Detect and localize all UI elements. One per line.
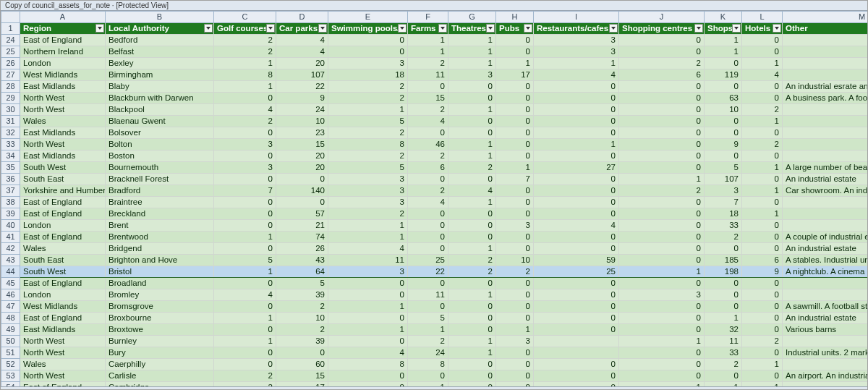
- cell[interactable]: Car showroom. An industrial estat: [783, 185, 868, 197]
- cell[interactable]: 74: [276, 232, 328, 243]
- cell[interactable]: 2: [328, 151, 408, 162]
- cell[interactable]: 26: [276, 243, 328, 255]
- cell[interactable]: North West: [20, 93, 106, 104]
- cell[interactable]: Yorkshire and Humber: [20, 185, 106, 197]
- table-row[interactable]: 24East of EnglandBedford2401103010: [1, 35, 868, 46]
- cell[interactable]: Braintree: [106, 197, 214, 208]
- cell[interactable]: 23: [276, 127, 328, 139]
- cell[interactable]: 8: [328, 359, 408, 370]
- column-header[interactable]: C: [214, 12, 276, 23]
- cell[interactable]: 15: [276, 370, 328, 382]
- row-header[interactable]: 51: [1, 347, 20, 359]
- cell[interactable]: 5: [214, 255, 276, 266]
- cell[interactable]: 4: [534, 220, 619, 232]
- field-header[interactable]: Car parks: [276, 23, 328, 35]
- cell[interactable]: 0: [534, 370, 619, 382]
- cell[interactable]: 0: [276, 197, 328, 208]
- cell[interactable]: 2: [408, 336, 448, 347]
- row-header[interactable]: 33: [1, 139, 20, 151]
- row-header[interactable]: 29: [1, 93, 20, 104]
- table-row[interactable]: 32East MidlandsBolsover02320000000: [1, 127, 868, 139]
- cell[interactable]: Belfast: [106, 46, 214, 58]
- cell[interactable]: 11: [328, 255, 408, 266]
- cell[interactable]: East Midlands: [20, 151, 106, 162]
- cell[interactable]: [783, 336, 868, 347]
- cell[interactable]: 0: [534, 289, 619, 301]
- cell[interactable]: 22: [276, 81, 328, 93]
- cell[interactable]: 8: [408, 359, 448, 370]
- cell[interactable]: 0: [408, 370, 448, 382]
- cell[interactable]: 0: [619, 46, 705, 58]
- cell[interactable]: 3: [705, 185, 742, 197]
- cell[interactable]: 5: [276, 278, 328, 289]
- table-row[interactable]: 44South WestBristol164322222511989A nigh…: [1, 266, 868, 278]
- cell[interactable]: North West: [20, 336, 106, 347]
- cell[interactable]: 2: [408, 58, 448, 69]
- cell[interactable]: 1: [534, 139, 619, 151]
- table-row[interactable]: 31WalesBlaenau Gwent21054000001: [1, 116, 868, 127]
- cell[interactable]: An industrial estate: [783, 243, 868, 255]
- cell[interactable]: 1: [742, 116, 783, 127]
- cell[interactable]: 43: [276, 255, 328, 266]
- table-row[interactable]: 34East MidlandsBoston02022100000: [1, 151, 868, 162]
- cell[interactable]: 22: [408, 266, 448, 278]
- cell[interactable]: 39: [276, 336, 328, 347]
- cell[interactable]: 1: [705, 313, 742, 324]
- table-row[interactable]: 53North WestCarlisle21500000000An airpor…: [1, 370, 868, 382]
- cell[interactable]: [783, 278, 868, 289]
- table-row[interactable]: 51North WestBury00424100330Industrial un…: [1, 347, 868, 359]
- cell[interactable]: Birmingham: [106, 69, 214, 81]
- cell[interactable]: 0: [496, 35, 534, 46]
- cell[interactable]: 1: [408, 324, 448, 336]
- cell[interactable]: 7: [496, 174, 534, 185]
- filter-dropdown-icon[interactable]: [773, 24, 781, 33]
- cell[interactable]: East of England: [20, 313, 106, 324]
- cell[interactable]: 0: [448, 220, 496, 232]
- filter-dropdown-icon[interactable]: [732, 24, 741, 33]
- cell[interactable]: 0: [328, 35, 408, 46]
- cell[interactable]: 2: [408, 185, 448, 197]
- table-row[interactable]: 48East of EnglandBroxbourne11005000010An…: [1, 313, 868, 324]
- row-header[interactable]: 30: [1, 104, 20, 116]
- table-row[interactable]: 30North WestBlackpool424121000102: [1, 104, 868, 116]
- cell[interactable]: Wales: [20, 243, 106, 255]
- cell[interactable]: 0: [619, 35, 705, 46]
- cell[interactable]: 0: [496, 232, 534, 243]
- cell[interactable]: North West: [20, 139, 106, 151]
- cell[interactable]: 0: [496, 116, 534, 127]
- cell[interactable]: 1: [705, 35, 742, 46]
- cell[interactable]: North West: [20, 370, 106, 382]
- cell[interactable]: 2: [214, 370, 276, 382]
- cell[interactable]: 0: [619, 197, 705, 208]
- cell[interactable]: 0: [448, 313, 496, 324]
- cell[interactable]: Wales: [20, 116, 106, 127]
- cell[interactable]: 0: [705, 116, 742, 127]
- filter-dropdown-icon[interactable]: [486, 24, 495, 33]
- cell[interactable]: Wales: [20, 359, 106, 370]
- cell[interactable]: 0: [619, 301, 705, 313]
- cell[interactable]: 0: [742, 220, 783, 232]
- cell[interactable]: 107: [705, 174, 742, 185]
- column-header[interactable]: H: [496, 12, 534, 23]
- cell[interactable]: 15: [408, 93, 448, 104]
- cell[interactable]: 0: [328, 370, 408, 382]
- cell[interactable]: 2: [214, 46, 276, 58]
- cell[interactable]: 11: [408, 289, 448, 301]
- cell[interactable]: East Midlands: [20, 127, 106, 139]
- cell[interactable]: 4: [742, 69, 783, 81]
- cell[interactable]: 0: [408, 243, 448, 255]
- cell[interactable]: 0: [448, 208, 496, 220]
- cell[interactable]: [783, 35, 868, 46]
- cell[interactable]: 1: [448, 347, 496, 359]
- cell[interactable]: 0: [214, 220, 276, 232]
- cell[interactable]: 3: [328, 174, 408, 185]
- cell[interactable]: 0: [705, 151, 742, 162]
- cell[interactable]: A large number of beach huts: [783, 162, 868, 174]
- cell[interactable]: 4: [214, 104, 276, 116]
- column-header[interactable]: L: [742, 12, 783, 23]
- cell[interactable]: 0: [534, 116, 619, 127]
- cell[interactable]: 1: [448, 58, 496, 69]
- cell[interactable]: 4: [214, 289, 276, 301]
- field-header[interactable]: Region: [20, 23, 106, 35]
- cell[interactable]: 2: [448, 255, 496, 266]
